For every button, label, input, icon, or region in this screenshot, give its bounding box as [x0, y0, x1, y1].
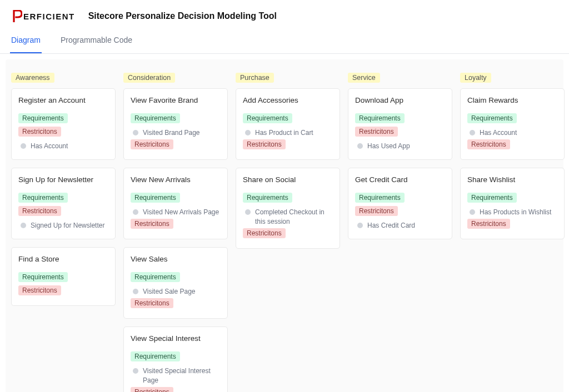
requirement-item: Has Product in Cart [243, 127, 333, 139]
bullet-icon [245, 130, 251, 135]
card[interactable]: Get Credit CardRequirementsRestricitonsH… [348, 168, 452, 239]
card-title: Sign Up for Newsletter [18, 175, 108, 185]
requirement-item: Visited New Arrivals Page [131, 206, 221, 219]
card-title: Claim Rewards [467, 96, 557, 105]
requirement-item: Visited Brand Page [131, 127, 221, 139]
restrictions-badge: Restricitons [131, 298, 173, 308]
requirements-badge: Requirements [131, 113, 180, 123]
requirements-badge: Requirements [243, 113, 292, 123]
card[interactable]: View New ArrivalsRequirementsVisited New… [123, 168, 228, 239]
requirement-item: Has Products in Wishlist [467, 206, 557, 219]
requirements-badge: Requirements [243, 193, 292, 203]
column: PurchaseAdd AccessoriesRequirementsHas P… [236, 73, 340, 257]
requirement-text: Has Account [480, 128, 517, 138]
restrictions-badge: Restricitons [355, 206, 398, 216]
restrictions-badge: Restricitons [355, 127, 398, 137]
bullet-icon [21, 143, 26, 149]
card-title: Share on Social [243, 175, 333, 185]
tab-diagram[interactable]: Diagram [10, 36, 42, 53]
requirement-text: Has Product in Cart [255, 128, 313, 138]
column-title: Awareness [11, 73, 54, 83]
requirement-text: Visited Brand Page [143, 128, 200, 138]
restriction-item: Has Account [18, 140, 108, 153]
restrictions-badge: Restricitons [18, 206, 61, 216]
column: LoyaltyClaim RewardsRequirementsHas Acco… [460, 73, 565, 247]
column: ServiceDownload AppRequirementsRestricit… [348, 73, 452, 247]
board-wrap: AwarenessRegister an AccountRequirements… [6, 59, 563, 392]
board: AwarenessRegister an AccountRequirements… [11, 73, 558, 392]
restrictions-badge: Restricitons [243, 228, 286, 238]
brand-text: ERFICIENT [23, 12, 75, 21]
bullet-icon [245, 209, 251, 215]
requirements-badge: Requirements [467, 113, 517, 123]
requirements-badge: Requirements [18, 113, 68, 123]
card[interactable]: View Special InterestRequirementsVisited… [123, 326, 228, 392]
card-title: Download App [355, 96, 445, 105]
card-title: Find a Store [18, 254, 108, 264]
requirement-text: Visited New Arrivals Page [143, 208, 219, 217]
requirements-badge: Requirements [18, 272, 68, 282]
requirement-item: Has Account [467, 127, 557, 139]
header: ERFICIENT Sitecore Personalize Decision … [0, 0, 569, 28]
bullet-icon [357, 223, 363, 228]
bullet-icon [21, 223, 26, 228]
card-title: Share Wishlist [467, 175, 557, 185]
card[interactable]: Find a StoreRequirementsRestricitons [11, 247, 116, 306]
requirements-badge: Requirements [131, 193, 180, 203]
tab-programmable-code[interactable]: Programmable Code [59, 36, 133, 53]
card[interactable]: Register an AccountRequirementsRestricit… [11, 88, 116, 160]
requirements-badge: Requirements [131, 351, 180, 361]
card[interactable]: Sign Up for NewsletterRequirementsRestri… [11, 168, 116, 239]
requirement-text: Visited Special Interest Page [143, 366, 221, 385]
page-title: Sitecore Personalize Decision Modeling T… [88, 11, 277, 21]
restriction-item: Has Used App [355, 140, 445, 153]
restrictions-badge: Restricitons [131, 387, 173, 392]
restriction-text: Signed Up for Newsletter [31, 221, 104, 230]
bullet-icon [133, 130, 138, 135]
bullet-icon [470, 130, 475, 135]
restrictions-badge: Restricitons [18, 127, 61, 137]
card[interactable]: Share on SocialRequirementsCompleted Che… [236, 168, 340, 249]
restriction-text: Has Used App [367, 142, 410, 151]
requirements-badge: Requirements [355, 113, 405, 123]
restrictions-badge: Restricitons [131, 219, 173, 229]
bullet-icon [133, 368, 138, 374]
restrictions-badge: Restricitons [467, 139, 510, 149]
column-title: Consideration [123, 73, 175, 83]
restriction-text: Has Account [31, 142, 68, 151]
card[interactable]: Download AppRequirementsRestricitonsHas … [348, 88, 452, 160]
restrictions-badge: Restricitons [131, 139, 173, 149]
requirement-item: Completed Checkout in this session [243, 206, 333, 228]
card-title: View New Arrivals [131, 175, 221, 185]
bullet-icon [133, 209, 138, 215]
restriction-item: Signed Up for Newsletter [18, 219, 108, 232]
card[interactable]: Share WishlistRequirementsHas Products i… [460, 168, 565, 239]
card-title: Register an Account [18, 96, 108, 105]
card-title: View Favorite Brand [131, 96, 221, 105]
card[interactable]: Add AccessoriesRequirementsHas Product i… [236, 88, 340, 160]
card-title: Add Accessories [243, 96, 333, 105]
tabs: Diagram Programmable Code [0, 28, 569, 54]
requirements-badge: Requirements [18, 193, 68, 203]
logo-mark-icon [12, 10, 22, 22]
bullet-icon [133, 289, 138, 294]
column: ConsiderationView Favorite BrandRequirem… [123, 73, 228, 392]
card[interactable]: View Favorite BrandRequirementsVisited B… [123, 88, 228, 160]
requirement-text: Completed Checkout in this session [255, 208, 333, 227]
card-title: View Sales [131, 254, 221, 264]
restriction-item: Has Credit Card [355, 219, 445, 232]
column-title: Purchase [236, 73, 274, 83]
column: AwarenessRegister an AccountRequirements… [11, 73, 116, 314]
requirement-text: Visited Sale Page [143, 287, 196, 296]
requirement-item: Visited Sale Page [131, 285, 221, 298]
requirements-badge: Requirements [131, 272, 180, 282]
bullet-icon [470, 209, 475, 215]
card[interactable]: Claim RewardsRequirementsHas AccountRest… [460, 88, 565, 160]
restriction-text: Has Credit Card [367, 221, 415, 230]
column-title: Service [348, 73, 380, 83]
logo: ERFICIENT [12, 10, 75, 22]
card-title: View Special Interest [131, 334, 221, 344]
card[interactable]: View SalesRequirementsVisited Sale PageR… [123, 247, 228, 319]
bullet-icon [357, 143, 363, 149]
restrictions-badge: Restricitons [18, 285, 61, 295]
